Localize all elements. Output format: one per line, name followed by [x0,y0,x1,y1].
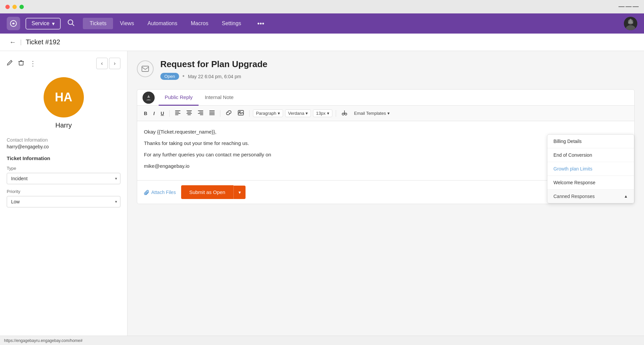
sidebar-toolbar: ⋮ ‹ › [7,58,120,69]
canned-chevron-icon: ▲ [624,194,628,199]
contact-email: harry@engageby.co [7,144,120,149]
svg-rect-19 [198,113,203,114]
user-name: Harry [55,121,72,129]
svg-line-29 [344,113,344,113]
submit-btn-group: Submit as Open ▾ [181,185,246,199]
search-icon[interactable] [67,19,75,28]
type-select[interactable]: Incident Question Problem Feature Reques… [7,173,120,184]
svg-rect-16 [187,114,191,115]
reply-box: Public Reply Internal Note B I U [137,89,635,204]
toolbar-sep-1 [169,110,170,117]
back-button[interactable]: ← [9,38,16,46]
page-title: Ticket #192 [26,38,60,46]
size-select[interactable]: 13px ▾ [313,109,332,117]
user-avatar-image [624,17,637,30]
canned-responses-header[interactable]: Canned Responses ▲ [547,190,634,203]
scissors-button[interactable] [339,108,350,118]
align-left-button[interactable] [173,109,182,117]
title-bar [0,0,644,13]
align-right-button[interactable] [196,109,205,117]
sidebar-nav-buttons: ‹ › [96,58,120,69]
font-label: Verdana [288,111,304,116]
tab-public-reply[interactable]: Public Reply [159,90,199,106]
justify-button[interactable] [207,109,217,117]
minimize-dot[interactable] [12,5,17,9]
svg-rect-14 [187,112,191,112]
svg-rect-22 [209,112,215,112]
paragraph-label: Paragraph [256,111,276,116]
ticket-header-info: Request for Plan Upgrade Open • May 22 6… [160,59,635,80]
nav-views[interactable]: Views [113,18,141,29]
ticket-date: May 22 6:04 pm, 6:04 pm [188,74,241,79]
svg-rect-17 [198,110,203,111]
svg-rect-7 [142,66,149,71]
ticket-info-section: Ticket Information Type Incident Questio… [7,155,120,207]
attach-files-button[interactable]: Attach Files [144,190,176,195]
meta-separator: • [182,73,184,80]
nav-more[interactable]: ••• [251,17,271,30]
nav-tickets[interactable]: Tickets [83,18,113,29]
ticket-title: Request for Plan Upgrade [160,59,635,69]
status-url: https://engagebayru.engagebay.com/home# [4,338,83,343]
editor-toolbar: B I U [137,106,634,121]
app-logo[interactable] [7,17,20,30]
more-options-icon[interactable]: ⋮ [30,59,36,67]
delete-icon[interactable] [18,60,24,67]
service-label: Service [32,20,49,27]
link-button[interactable] [224,109,234,117]
canned-item-growth-plan[interactable]: Growth plan Limits [547,162,634,176]
breadcrumb: ← | Ticket #192 [0,34,644,51]
sidebar-toolbar-left: ⋮ [7,59,36,67]
email-templates-chevron-icon: ▾ [387,111,390,116]
priority-select[interactable]: Low Medium High Urgent [7,196,120,207]
submit-button[interactable]: Submit as Open [181,185,233,199]
svg-rect-13 [186,110,192,111]
canned-item-end-of-conversion[interactable]: End of Conversion [547,148,634,162]
svg-rect-10 [175,112,179,112]
ticket-meta: Open • May 22 6:04 pm, 6:04 pm [160,73,635,80]
prev-ticket-button[interactable]: ‹ [96,58,108,69]
svg-rect-9 [175,110,180,111]
nav-automations[interactable]: Automations [141,18,184,29]
service-dropdown-button[interactable]: Service ▾ [25,18,61,30]
bold-button[interactable]: B [142,109,149,117]
next-ticket-button[interactable]: › [109,58,120,69]
maximize-dot[interactable] [19,5,24,9]
tab-internal-note[interactable]: Internal Note [199,90,239,106]
breadcrumb-separator: | [20,39,22,46]
type-field-label: Type [7,166,120,171]
contact-info-section: Contact Information harry@engageby.co [7,137,120,149]
align-center-button[interactable] [184,109,194,117]
toolbar-sep-2 [220,110,220,117]
status-badge: Open [160,73,179,80]
nav-macros[interactable]: Macros [184,18,215,29]
close-dot[interactable] [5,5,10,9]
priority-field-label: Priority [7,189,120,194]
menu-icon[interactable] [619,6,639,8]
paragraph-chevron-icon: ▾ [278,111,280,116]
image-button[interactable] [236,109,246,118]
font-select[interactable]: Verdana ▾ [285,109,311,117]
canned-item-welcome[interactable]: Welcome Response [547,176,634,190]
nav-settings[interactable]: Settings [215,18,248,29]
svg-rect-24 [209,114,215,115]
edit-icon[interactable] [7,60,13,67]
font-chevron-icon: ▾ [306,111,308,116]
priority-select-wrapper: Low Medium High Urgent ▾ [7,196,120,207]
reply-user-avatar [143,92,155,104]
svg-rect-15 [186,113,192,114]
svg-line-30 [344,113,345,113]
avatar[interactable] [624,17,637,30]
mail-icon [137,60,154,77]
ticket-header: Request for Plan Upgrade Open • May 22 6… [137,59,635,80]
submit-dropdown-button[interactable]: ▾ [233,186,246,199]
italic-button[interactable]: I [151,109,157,117]
toolbar-sep-3 [249,110,250,117]
attach-files-label: Attach Files [151,190,176,195]
sidebar: ⋮ ‹ › HA Harry Contact Information harry… [0,51,127,345]
canned-item-billing[interactable]: Billing Details [547,135,634,148]
reply-tabs: Public Reply Internal Note [137,90,634,106]
paragraph-select[interactable]: Paragraph ▾ [253,109,283,117]
email-templates-button[interactable]: Email Templates ▾ [352,110,392,117]
underline-button[interactable]: U [159,109,166,117]
